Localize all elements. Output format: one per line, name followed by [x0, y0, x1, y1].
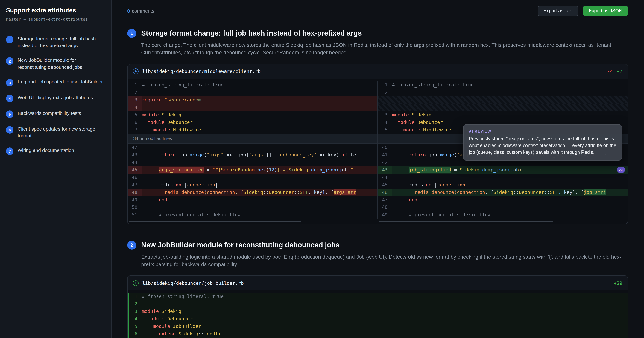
code-token: Sidekiq: [243, 189, 263, 195]
line-number: 5: [378, 126, 392, 134]
ai-annotation-badge[interactable]: AI: [617, 167, 624, 172]
code-token: [170, 127, 173, 132]
diff-row[interactable]: 2: [378, 88, 628, 96]
section-title: New JobBuilder module for reconstituting…: [141, 241, 340, 249]
diff-row[interactable]: 3module Sidekiq: [128, 308, 628, 315]
code-token: =: [451, 167, 460, 172]
code-line: [142, 144, 378, 151]
diff-row[interactable]: 4: [128, 104, 378, 111]
diff-row[interactable]: 44: [128, 158, 378, 166]
code-token: do: [426, 182, 432, 187]
code-token: # prevent normal sidekiq flow: [392, 212, 491, 217]
diff-row[interactable]: 50: [128, 204, 378, 211]
diff-card-header[interactable]: lib/sidekiq/debouncer/job_builder.rb+29: [128, 276, 628, 290]
sidebar-item-label: New JobBuilder module for reconstituting…: [18, 57, 105, 71]
code-line: [142, 300, 628, 308]
diff-row[interactable]: 47 end: [378, 196, 628, 204]
diff-row[interactable]: 46 redis_debounce(connection, [Sidekiq::…: [378, 188, 628, 196]
sidebar-item-1[interactable]: 1Storage format change: full job hash in…: [6, 36, 105, 49]
stat-removed: -4: [607, 68, 613, 74]
code-line: # frozen_string_literal: true: [142, 81, 378, 88]
app-root: Support extra attributes master ← suppor…: [0, 0, 644, 338]
diff-row[interactable]: 45 redis do |connection|: [378, 181, 628, 188]
code-token: Debouncer: [269, 189, 294, 195]
diff-row[interactable]: 43 job_stringified = Sidekiq.dump_json(j…: [378, 166, 628, 174]
line-number: 2: [128, 300, 142, 308]
sidebar-item-label: Backwards compatibility tests: [18, 110, 81, 118]
code-token: [409, 112, 412, 117]
section-nav: 1Storage format change: full job hash in…: [6, 36, 105, 155]
export-text-button[interactable]: Export as Text: [538, 6, 579, 16]
diff-row[interactable]: 3require "securerandom": [128, 96, 378, 104]
horizontal-scrollbar-new[interactable]: [379, 221, 553, 222]
diff-row[interactable]: 6 extend Sidekiq::JobUtil: [128, 330, 628, 338]
diff-row[interactable]: 2: [128, 88, 378, 96]
line-number: 49: [378, 211, 392, 218]
code-token: args_stringified: [159, 167, 204, 172]
diff-row[interactable]: 5 module JobBuilder: [128, 323, 628, 330]
code-token: |: [465, 182, 468, 187]
code-token: require: [142, 97, 162, 102]
horizontal-scrollbar-old[interactable]: [129, 221, 301, 222]
sidebar-item-7[interactable]: 7Wiring and documentation: [6, 147, 105, 155]
diff-row[interactable]: [378, 104, 628, 111]
diff-row[interactable]: 4 module Debouncer: [128, 315, 628, 323]
code-token: , key], [: [558, 189, 584, 195]
diff-card: lib/sidekiq/debouncer/middleware/client.…: [127, 64, 628, 224]
diff-row[interactable]: 5module Sidekiq: [128, 111, 378, 118]
code-token: Sidekiq: [162, 112, 181, 117]
code-token: SET: [550, 189, 558, 195]
diff-row[interactable]: 46: [128, 174, 378, 181]
code-token: module: [148, 316, 164, 322]
line-number: 41: [378, 151, 392, 158]
line-number: 44: [128, 158, 142, 166]
sidebar-item-4[interactable]: 4Web UI: display extra job attributes: [6, 94, 105, 102]
code-token: [159, 112, 162, 117]
line-number: 5: [128, 111, 142, 118]
diff-row[interactable]: [378, 96, 628, 104]
code-token: "args": [207, 152, 224, 158]
diff-row[interactable]: 44: [378, 174, 628, 181]
code-token: (: [266, 167, 269, 172]
diff-row[interactable]: 51 # prevent normal sidekiq flow: [128, 211, 378, 218]
section-description: Extracts job-building logic into a share…: [141, 253, 626, 268]
diff-row[interactable]: 1# frozen_string_literal: true: [128, 81, 378, 88]
code-token: [414, 119, 417, 125]
diff-row[interactable]: 42: [128, 144, 378, 151]
diff-row[interactable]: 1# frozen_string_literal: true: [128, 293, 628, 300]
diff-card-header[interactable]: lib/sidekiq/debouncer/middleware/client.…: [128, 64, 628, 79]
diff-row[interactable]: 43 return job.merge("args" => [job["args…: [128, 151, 378, 158]
code-token: [142, 197, 159, 202]
sidebar-item-3[interactable]: 3Enq and Job updated to use JobBuilder: [6, 78, 105, 86]
code-token: "args": [249, 152, 266, 158]
expand-unmodified-lines[interactable]: 34 unmodified lines: [128, 134, 378, 144]
sidebar-item-label: Client spec updates for new storage form…: [18, 126, 105, 140]
diff-row[interactable]: 47 redis do |connection|: [128, 181, 378, 188]
sidebar-item-2[interactable]: 2New JobBuilder module for reconstitutin…: [6, 57, 105, 71]
sidebar-item-6[interactable]: 6Client spec updates for new storage for…: [6, 126, 105, 140]
code-line: # frozen_string_literal: true: [392, 81, 628, 88]
code-token: Middleware: [173, 127, 201, 132]
diff-row[interactable]: 7 module Middleware: [128, 126, 378, 134]
diff-body: 1# frozen_string_literal: true23module S…: [128, 290, 628, 338]
sidebar-item-5[interactable]: 5Backwards compatibility tests: [6, 110, 105, 118]
code-token: module: [142, 308, 159, 314]
diff-row[interactable]: 2: [128, 300, 628, 308]
code-token: [420, 127, 423, 132]
code-token: [142, 316, 148, 322]
diff-row[interactable]: 49 # prevent normal sidekiq flow: [378, 211, 628, 218]
diff-row[interactable]: 1# frozen_string_literal: true: [378, 81, 628, 88]
diff-row[interactable]: 3module Sidekiq: [378, 111, 628, 118]
diff-row[interactable]: 48: [378, 204, 628, 211]
code-token: |: [432, 182, 437, 187]
export-json-button[interactable]: Export as JSON: [583, 6, 628, 16]
diff-row[interactable]: 45 args_stringified = "#{SecureRandom.he…: [128, 166, 378, 174]
diff-row[interactable]: 48 redis_debounce(connection, [Sidekiq::…: [128, 188, 378, 196]
added-file-icon: [133, 280, 138, 286]
code-token: [392, 167, 409, 172]
code-token: connection: [437, 182, 466, 187]
diff-row[interactable]: 6 module Debouncer: [128, 118, 378, 126]
diff-row[interactable]: 49 end: [128, 196, 378, 204]
code-token: "securerandom": [164, 97, 204, 102]
code-token: [142, 152, 159, 158]
